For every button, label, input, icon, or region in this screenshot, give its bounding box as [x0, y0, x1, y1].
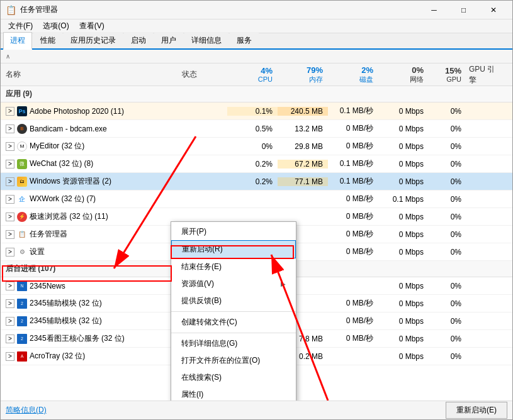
expand-wechat[interactable]: > [6, 160, 14, 169]
content-area: ∧ 名称 状态 4% CPU 79% 内存 2% 磁盘 0% [1, 50, 512, 401]
ctx-feedback[interactable]: 提供反馈(B) [171, 292, 296, 309]
row-wechat-name: > 微 WeChat (32 位) (8) [1, 158, 177, 169]
tab-details[interactable]: 详细信息 [184, 32, 228, 48]
row-myeditor-gpu: 0% [429, 142, 466, 151]
icon-2345aux1: 2 [17, 299, 27, 309]
title-bar: 📋 任务管理器 ─ □ ✕ [1, 1, 512, 19]
row-photoshop-net: 0 Mbps [378, 107, 429, 116]
maximize-button[interactable]: □ [449, 1, 478, 19]
ctx-properties[interactable]: 属性(I) [171, 386, 296, 401]
row-2345aux2-disk: 0 MB/秒 [328, 316, 378, 326]
row-wxwork-disk: 0 MB/秒 [328, 194, 378, 204]
row-explorer[interactable]: > 🗂 Windows 资源管理器 (2) 0.2% 77.1 MB 0.1 M… [1, 173, 512, 191]
expand-myeditor[interactable]: > [6, 142, 14, 151]
expand-browser[interactable]: > [6, 213, 14, 221]
expand-bandicam[interactable]: > [6, 124, 14, 133]
window-icon: 📋 [6, 5, 16, 15]
tab-processes[interactable]: 进程 [3, 32, 32, 50]
row-wechat-cpu: 0.2% [227, 160, 278, 169]
footer-restart-button[interactable]: 重新启动(E) [446, 402, 507, 419]
row-bandicam-net: 0 Mbps [378, 124, 429, 133]
row-bandicam-cpu: 0.5% [227, 124, 278, 133]
row-myeditor-mem: 29.8 MB [278, 142, 328, 151]
col-header-disk[interactable]: 2% 磁盘 [328, 65, 378, 84]
sort-bar: ∧ [1, 50, 512, 64]
col-header-net[interactable]: 0% 网络 [378, 65, 429, 84]
ctx-details[interactable]: 转到详细信息(G) [171, 335, 296, 352]
row-wxwork-name: > 企 WXWork (32 位) (7) [1, 194, 177, 204]
row-wechat-gpu: 0% [429, 160, 466, 169]
row-explorer-name: > 🗂 Windows 资源管理器 (2) [1, 176, 177, 187]
expand-explorer[interactable]: > [6, 177, 14, 186]
col-header-mem[interactable]: 79% 内存 [278, 65, 328, 84]
row-settings-disk: 0 MB/秒 [328, 246, 378, 257]
ctx-search-online[interactable]: 在线搜索(S) [171, 369, 296, 386]
menu-options[interactable]: 选项(O) [38, 19, 74, 33]
row-wechat[interactable]: > 微 WeChat (32 位) (8) 0.2% 67.2 MB 0.1 M… [1, 155, 512, 173]
row-photoshop-mem: 240.5 MB [278, 107, 328, 116]
footer: 简略信息(D) 重新启动(E) [1, 401, 512, 419]
close-button[interactable]: ✕ [479, 1, 507, 19]
row-2345viewer-disk: 0 MB/秒 [328, 333, 378, 344]
expand-settings[interactable]: > [6, 248, 14, 257]
tab-users[interactable]: 用户 [154, 32, 183, 48]
row-2345news-name: > N 2345News [1, 281, 177, 291]
col-header-gpu-engine[interactable]: GPU 引擎 [466, 64, 504, 86]
row-myeditor-cpu: 0% [227, 142, 278, 151]
section-header-apps: 应用 (9) [1, 86, 512, 102]
tab-startup[interactable]: 启动 [124, 32, 153, 48]
menu-view[interactable]: 查看(V) [74, 19, 110, 33]
title-controls: ─ □ ✕ [420, 1, 507, 19]
ctx-open-location[interactable]: 打开文件所在的位置(O) [171, 352, 296, 369]
col-header-status[interactable]: 状态 [177, 69, 227, 80]
expand-acrotray[interactable]: > [6, 352, 14, 361]
footer-link[interactable]: 简略信息(D) [6, 405, 47, 416]
row-bandicam-mem: 13.2 MB [278, 124, 328, 133]
expand-wxwork[interactable]: > [6, 195, 14, 204]
row-2345aux1-gpu: 0% [429, 299, 466, 308]
row-myeditor-name: > M MyEditor (32 位) [1, 141, 177, 152]
minimize-button[interactable]: ─ [420, 1, 448, 19]
ctx-separator-2 [171, 333, 296, 333]
ctx-create-dump[interactable]: 创建转储文件(C) [171, 314, 296, 331]
col-header-gpu[interactable]: 15% GPU [429, 66, 466, 83]
row-wxwork-net: 0.1 Mbps [378, 195, 429, 204]
tab-app-history[interactable]: 应用历史记录 [64, 32, 123, 48]
col-header-name[interactable]: 名称 [1, 69, 177, 80]
row-wxwork[interactable]: > 企 WXWork (32 位) (7) 0 MB/秒 0.1 Mbps 0% [1, 191, 512, 208]
ctx-expand[interactable]: 展开(P) [171, 223, 296, 240]
expand-2345viewer[interactable]: > [6, 334, 14, 343]
expand-2345news[interactable]: > [6, 282, 14, 290]
row-2345news-net: 0 Mbps [378, 282, 429, 290]
expand-photoshop[interactable]: > [6, 107, 14, 116]
expand-2345aux1[interactable]: > [6, 299, 14, 308]
row-2345aux2-gpu: 0% [429, 317, 466, 326]
row-settings-net: 0 Mbps [378, 248, 429, 257]
row-explorer-gpu: 0% [429, 177, 466, 186]
ctx-submenu-arrow: ▶ [281, 280, 286, 287]
row-explorer-disk: 0.1 MB/秒 [328, 176, 378, 187]
tab-performance[interactable]: 性能 [33, 32, 62, 48]
ctx-end-task[interactable]: 结束任务(E) [171, 258, 296, 275]
ctx-resource[interactable]: 资源值(V) ▶ [171, 275, 296, 292]
row-browser-net: 0 Mbps [378, 213, 429, 221]
row-photoshop-disk: 0.1 MB/秒 [328, 106, 378, 116]
row-browser-name: > ⚡ 极速浏览器 (32 位) (11) [1, 211, 177, 222]
row-bandicam[interactable]: > B Bandicam - bdcam.exe 0.5% 13.2 MB 0 … [1, 120, 512, 138]
col-header-cpu[interactable]: 4% CPU [227, 66, 278, 83]
icon-settings: ⚙ [17, 247, 27, 257]
expand-2345aux2[interactable]: > [6, 317, 14, 326]
row-wechat-mem: 67.2 MB [278, 160, 328, 169]
row-wxwork-gpu: 0% [429, 195, 466, 204]
ctx-restart[interactable]: 重新启动(R) [171, 240, 296, 258]
menu-file[interactable]: 文件(F) [3, 19, 38, 33]
row-myeditor[interactable]: > M MyEditor (32 位) 0% 29.8 MB 0 MB/秒 0 … [1, 138, 512, 155]
icon-taskmgr: 📋 [17, 229, 27, 240]
expand-taskmgr[interactable]: > [6, 230, 14, 239]
row-wechat-disk: 0.1 MB/秒 [328, 158, 378, 169]
row-bandicam-disk: 0 MB/秒 [328, 123, 378, 134]
row-photoshop[interactable]: > Ps Adobe Photoshop 2020 (11) 0.1% 240.… [1, 102, 512, 120]
row-2345aux1-net: 0 Mbps [378, 299, 429, 308]
tab-services[interactable]: 服务 [230, 32, 259, 48]
row-photoshop-name: > Ps Adobe Photoshop 2020 (11) [1, 106, 177, 116]
